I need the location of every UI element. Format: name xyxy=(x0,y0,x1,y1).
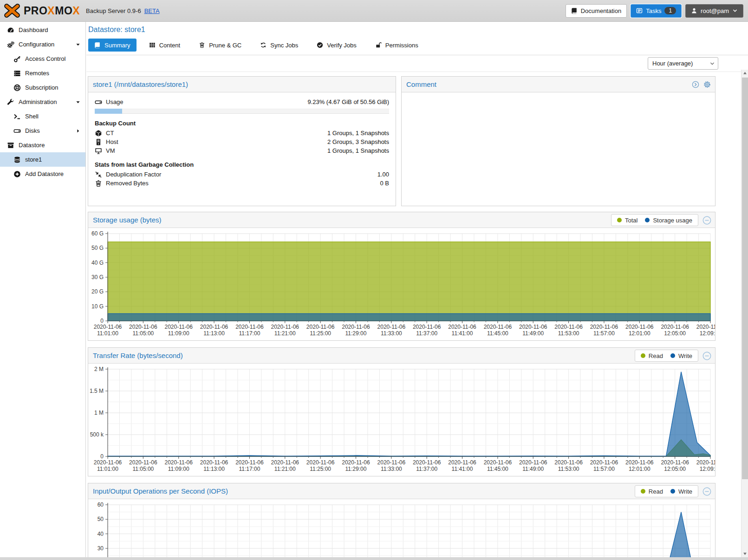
beta-link[interactable]: BETA xyxy=(144,7,160,14)
tab-prune-gc[interactable]: Prune & GC xyxy=(193,39,247,52)
comment-body[interactable] xyxy=(402,92,715,206)
sidebar-item-shell[interactable]: Shell xyxy=(0,109,85,124)
svg-text:11:05:00: 11:05:00 xyxy=(132,466,154,472)
tab-permissions[interactable]: Permissions xyxy=(369,39,424,52)
legend-dot-icon xyxy=(645,218,650,222)
scroll-up-icon[interactable] xyxy=(743,71,747,75)
scrollbar-thumb[interactable] xyxy=(742,78,748,479)
vertical-scrollbar[interactable] xyxy=(741,70,748,557)
svg-text:11:21:00: 11:21:00 xyxy=(274,330,296,337)
svg-text:2020-11-06: 2020-11-06 xyxy=(164,459,193,466)
sidebar-item-add-datastore[interactable]: Add Datastore xyxy=(0,167,85,181)
svg-text:2020-11-06: 2020-11-06 xyxy=(200,459,228,466)
sidebar-item-access-control[interactable]: Access Control xyxy=(0,52,85,66)
stat-label: Deduplication Factor xyxy=(106,171,377,178)
svg-text:20 G: 20 G xyxy=(91,288,104,295)
minus-circle-icon[interactable] xyxy=(702,216,711,225)
legend-item-total[interactable]: Total xyxy=(617,217,637,224)
page-title: Datastore: store1 xyxy=(88,26,748,34)
sidebar-item-label: store1 xyxy=(25,156,42,163)
stat-row-vm: VM1 Groups, 1 Snapshots xyxy=(95,146,389,155)
svg-text:11:13:00: 11:13:00 xyxy=(203,330,225,337)
svg-text:2020-11-06: 2020-11-06 xyxy=(342,324,370,330)
stat-row-host: Host2 Groups, 3 Snapshots xyxy=(95,137,389,146)
svg-text:0: 0 xyxy=(100,318,104,324)
svg-text:2020-11-06: 2020-11-06 xyxy=(625,324,654,330)
cube-icon xyxy=(95,130,102,137)
datastore-summary-panel: store1 (/mnt/datastores/store1) Usage 9.… xyxy=(88,76,396,206)
svg-text:11:37:00: 11:37:00 xyxy=(416,330,437,337)
book-icon xyxy=(94,42,101,48)
sidebar-item-label: Remotes xyxy=(25,70,49,77)
sidebar-item-store1[interactable]: store1 xyxy=(0,152,85,167)
trash-icon xyxy=(199,42,205,48)
sidebar-item-subscription[interactable]: Subscription xyxy=(0,80,85,95)
storage-usage-legend: TotalStorage usage xyxy=(611,214,698,226)
legend-item-read[interactable]: Read xyxy=(641,352,663,359)
datastore-summary-body: Usage 9.23% (4.67 GiB of 50.56 GiB) Back… xyxy=(88,92,396,206)
task-list-icon xyxy=(636,7,643,14)
svg-text:12:01:00: 12:01:00 xyxy=(629,330,650,337)
svg-text:12:05:00: 12:05:00 xyxy=(664,466,686,472)
minus-circle-icon[interactable] xyxy=(702,352,711,360)
caret-down-icon[interactable] xyxy=(75,42,81,47)
sidebar-item-label: Configuration xyxy=(19,41,54,48)
sidebar-item-configuration[interactable]: Configuration xyxy=(0,37,85,52)
svg-text:11:41:00: 11:41:00 xyxy=(452,466,473,472)
svg-text:11:25:00: 11:25:00 xyxy=(310,466,331,472)
sidebar: DashboardConfigurationAccess ControlRemo… xyxy=(0,22,86,557)
sidebar-item-label: Datastore xyxy=(19,142,45,149)
tab-sync-jobs[interactable]: Sync Jobs xyxy=(254,39,304,52)
svg-text:2020-11-06: 2020-11-06 xyxy=(448,459,476,466)
svg-text:11:09:00: 11:09:00 xyxy=(168,330,189,337)
legend-dot-icon xyxy=(641,489,645,494)
user-menu-button[interactable]: root@pam xyxy=(685,4,743,18)
documentation-button[interactable]: Documentation xyxy=(566,4,627,18)
storage-usage-panel: Storage usage (bytes) TotalStorage usage… xyxy=(88,212,715,341)
svg-text:11:53:00: 11:53:00 xyxy=(558,466,579,472)
legend-item-storage-usage[interactable]: Storage usage xyxy=(645,217,692,224)
svg-text:2020-11-06: 2020-11-06 xyxy=(661,324,689,330)
legend-item-read[interactable]: Read xyxy=(641,488,663,495)
tab-bar: SummaryContentPrune & GCSync JobsVerify … xyxy=(88,39,748,55)
svg-text:2020-11-06: 2020-11-06 xyxy=(235,459,264,466)
transfer-rate-panel: Transfer Rate (bytes/second) ReadWrite 0… xyxy=(88,347,715,476)
book-icon xyxy=(571,7,578,14)
tasks-button[interactable]: Tasks 1 xyxy=(631,4,682,18)
svg-text:40: 40 xyxy=(98,531,104,537)
caret-right-icon[interactable] xyxy=(75,128,81,134)
proxmox-logo-icon xyxy=(4,2,20,19)
svg-text:50 G: 50 G xyxy=(91,245,104,251)
tab-content[interactable]: Content xyxy=(143,39,187,52)
sidebar-item-administration[interactable]: Administration xyxy=(0,95,85,109)
svg-text:2020-11-06: 2020-11-06 xyxy=(306,324,335,330)
legend-item-write[interactable]: Write xyxy=(670,488,692,495)
svg-text:2020-11-06: 2020-11-06 xyxy=(696,324,715,330)
svg-text:11:17:00: 11:17:00 xyxy=(239,330,260,337)
svg-text:500 k: 500 k xyxy=(90,431,104,438)
svg-text:11:49:00: 11:49:00 xyxy=(522,466,544,472)
sidebar-item-datastore[interactable]: Datastore xyxy=(0,138,85,152)
legend-item-write[interactable]: Write xyxy=(670,352,692,359)
legend-label: Read xyxy=(649,352,663,359)
tab-verify-jobs[interactable]: Verify Jobs xyxy=(311,39,363,52)
sidebar-item-dashboard[interactable]: Dashboard xyxy=(0,23,85,37)
scroll-down-icon[interactable] xyxy=(743,552,747,556)
time-range-select[interactable]: Hour (average) xyxy=(648,57,718,70)
hdd-icon xyxy=(95,98,102,106)
svg-text:11:33:00: 11:33:00 xyxy=(381,330,402,337)
sidebar-item-remotes[interactable]: Remotes xyxy=(0,66,85,80)
transfer-rate-title: Transfer Rate (bytes/second) xyxy=(93,352,183,359)
caret-down-icon[interactable] xyxy=(75,99,81,105)
svg-text:10 G: 10 G xyxy=(91,303,104,310)
minus-circle-icon[interactable] xyxy=(702,487,711,496)
tab-summary[interactable]: Summary xyxy=(88,39,137,52)
svg-text:2020-11-06: 2020-11-06 xyxy=(519,459,547,466)
tab-label: Content xyxy=(159,42,181,49)
svg-text:2020-11-06: 2020-11-06 xyxy=(554,324,583,330)
sidebar-item-disks[interactable]: Disks xyxy=(0,124,85,138)
chevron-right-circle-icon[interactable] xyxy=(692,81,699,88)
gear-icon[interactable] xyxy=(703,81,711,88)
dashboard-icon xyxy=(7,26,14,34)
sidebar-item-label: Subscription xyxy=(25,84,59,91)
